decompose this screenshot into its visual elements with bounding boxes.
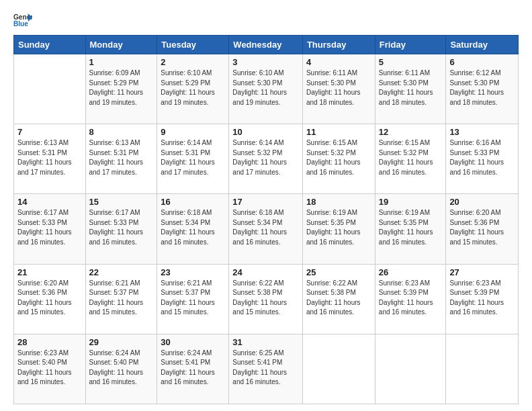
calendar-cell: 8Sunrise: 6:13 AM Sunset: 5:31 PM Daylig… <box>85 124 157 194</box>
calendar-week-row: 7Sunrise: 6:13 AM Sunset: 5:31 PM Daylig… <box>14 124 519 194</box>
cell-info: Sunrise: 6:25 AM Sunset: 5:41 PM Dayligh… <box>232 349 299 387</box>
calendar-cell: 1Sunrise: 6:09 AM Sunset: 5:29 PM Daylig… <box>85 54 157 124</box>
calendar-cell: 12Sunrise: 6:15 AM Sunset: 5:32 PM Dayli… <box>375 124 446 194</box>
cell-info: Sunrise: 6:18 AM Sunset: 5:34 PM Dayligh… <box>232 208 299 247</box>
calendar-cell: 13Sunrise: 6:16 AM Sunset: 5:33 PM Dayli… <box>446 124 519 194</box>
cell-info: Sunrise: 6:15 AM Sunset: 5:32 PM Dayligh… <box>306 138 371 177</box>
calendar-cell: 21Sunrise: 6:20 AM Sunset: 5:36 PM Dayli… <box>14 264 86 334</box>
calendar-cell: 5Sunrise: 6:11 AM Sunset: 5:30 PM Daylig… <box>375 54 446 124</box>
calendar-cell: 22Sunrise: 6:21 AM Sunset: 5:37 PM Dayli… <box>85 264 157 334</box>
day-number: 19 <box>379 197 443 207</box>
calendar-cell: 7Sunrise: 6:13 AM Sunset: 5:31 PM Daylig… <box>14 124 86 194</box>
calendar-cell: 25Sunrise: 6:22 AM Sunset: 5:38 PM Dayli… <box>302 264 375 334</box>
weekday-header-cell: Tuesday <box>157 36 229 54</box>
day-number: 17 <box>232 197 299 207</box>
cell-info: Sunrise: 6:23 AM Sunset: 5:39 PM Dayligh… <box>449 279 515 318</box>
cell-info: Sunrise: 6:17 AM Sunset: 5:33 PM Dayligh… <box>89 208 154 247</box>
day-number: 4 <box>306 57 371 67</box>
cell-info: Sunrise: 6:20 AM Sunset: 5:36 PM Dayligh… <box>17 279 82 318</box>
cell-info: Sunrise: 6:16 AM Sunset: 5:33 PM Dayligh… <box>449 138 515 177</box>
calendar-cell: 29Sunrise: 6:24 AM Sunset: 5:40 PM Dayli… <box>85 334 157 404</box>
logo: General Blue <box>13 12 32 28</box>
calendar-cell: 20Sunrise: 6:20 AM Sunset: 5:36 PM Dayli… <box>446 194 519 264</box>
cell-info: Sunrise: 6:11 AM Sunset: 5:30 PM Dayligh… <box>306 68 371 107</box>
day-number: 31 <box>232 337 299 347</box>
weekday-header-cell: Saturday <box>446 36 519 54</box>
day-number: 22 <box>89 267 154 277</box>
cell-info: Sunrise: 6:21 AM Sunset: 5:37 PM Dayligh… <box>89 279 154 318</box>
cell-info: Sunrise: 6:15 AM Sunset: 5:32 PM Dayligh… <box>379 138 443 177</box>
weekday-header-cell: Sunday <box>14 36 86 54</box>
day-number: 30 <box>161 337 225 347</box>
cell-info: Sunrise: 6:24 AM Sunset: 5:40 PM Dayligh… <box>89 349 154 387</box>
day-number: 18 <box>306 197 371 207</box>
day-number: 20 <box>449 197 515 207</box>
calendar-cell: 4Sunrise: 6:11 AM Sunset: 5:30 PM Daylig… <box>302 54 375 124</box>
cell-info: Sunrise: 6:14 AM Sunset: 5:31 PM Dayligh… <box>161 138 225 177</box>
calendar-cell <box>302 334 375 404</box>
calendar-week-row: 21Sunrise: 6:20 AM Sunset: 5:36 PM Dayli… <box>14 264 519 334</box>
weekday-header-cell: Friday <box>375 36 446 54</box>
day-number: 27 <box>449 267 515 277</box>
day-number: 1 <box>89 57 154 67</box>
cell-info: Sunrise: 6:19 AM Sunset: 5:35 PM Dayligh… <box>379 208 443 247</box>
calendar-cell: 9Sunrise: 6:14 AM Sunset: 5:31 PM Daylig… <box>157 124 229 194</box>
weekday-header-cell: Wednesday <box>229 36 303 54</box>
calendar-cell: 6Sunrise: 6:12 AM Sunset: 5:30 PM Daylig… <box>446 54 519 124</box>
calendar-cell <box>14 54 86 124</box>
cell-info: Sunrise: 6:09 AM Sunset: 5:29 PM Dayligh… <box>89 68 154 107</box>
day-number: 16 <box>161 197 225 207</box>
cell-info: Sunrise: 6:22 AM Sunset: 5:38 PM Dayligh… <box>232 279 299 318</box>
calendar-cell: 15Sunrise: 6:17 AM Sunset: 5:33 PM Dayli… <box>85 194 157 264</box>
cell-info: Sunrise: 6:13 AM Sunset: 5:31 PM Dayligh… <box>89 138 154 177</box>
weekday-header-cell: Monday <box>85 36 157 54</box>
cell-info: Sunrise: 6:10 AM Sunset: 5:30 PM Dayligh… <box>232 68 299 107</box>
day-number: 14 <box>17 197 82 207</box>
cell-info: Sunrise: 6:22 AM Sunset: 5:38 PM Dayligh… <box>306 279 371 318</box>
calendar-cell: 31Sunrise: 6:25 AM Sunset: 5:41 PM Dayli… <box>229 334 303 404</box>
calendar-table: SundayMondayTuesdayWednesdayThursdayFrid… <box>13 35 519 404</box>
day-number: 6 <box>449 57 515 67</box>
calendar-cell: 17Sunrise: 6:18 AM Sunset: 5:34 PM Dayli… <box>229 194 303 264</box>
calendar-week-row: 28Sunrise: 6:23 AM Sunset: 5:40 PM Dayli… <box>14 334 519 404</box>
weekday-header-row: SundayMondayTuesdayWednesdayThursdayFrid… <box>14 36 519 54</box>
calendar-cell <box>375 334 446 404</box>
day-number: 2 <box>161 57 225 67</box>
day-number: 13 <box>449 127 515 137</box>
day-number: 24 <box>232 267 299 277</box>
day-number: 9 <box>161 127 225 137</box>
calendar-week-row: 1Sunrise: 6:09 AM Sunset: 5:29 PM Daylig… <box>14 54 519 124</box>
day-number: 7 <box>17 127 82 137</box>
cell-info: Sunrise: 6:13 AM Sunset: 5:31 PM Dayligh… <box>17 138 82 177</box>
day-number: 3 <box>232 57 299 67</box>
cell-info: Sunrise: 6:23 AM Sunset: 5:40 PM Dayligh… <box>17 349 82 387</box>
cell-info: Sunrise: 6:19 AM Sunset: 5:35 PM Dayligh… <box>306 208 371 247</box>
svg-text:Blue: Blue <box>13 20 28 28</box>
calendar-cell: 23Sunrise: 6:21 AM Sunset: 5:37 PM Dayli… <box>157 264 229 334</box>
day-number: 8 <box>89 127 154 137</box>
calendar-body: 1Sunrise: 6:09 AM Sunset: 5:29 PM Daylig… <box>14 54 519 404</box>
cell-info: Sunrise: 6:24 AM Sunset: 5:41 PM Dayligh… <box>161 349 225 387</box>
cell-info: Sunrise: 6:12 AM Sunset: 5:30 PM Dayligh… <box>449 68 515 107</box>
day-number: 25 <box>306 267 371 277</box>
day-number: 12 <box>379 127 443 137</box>
calendar-cell: 10Sunrise: 6:14 AM Sunset: 5:32 PM Dayli… <box>229 124 303 194</box>
cell-info: Sunrise: 6:18 AM Sunset: 5:34 PM Dayligh… <box>161 208 225 247</box>
cell-info: Sunrise: 6:21 AM Sunset: 5:37 PM Dayligh… <box>161 279 225 318</box>
logo-icon: General Blue <box>13 12 32 28</box>
calendar-cell: 16Sunrise: 6:18 AM Sunset: 5:34 PM Dayli… <box>157 194 229 264</box>
cell-info: Sunrise: 6:20 AM Sunset: 5:36 PM Dayligh… <box>449 208 515 247</box>
calendar-cell: 11Sunrise: 6:15 AM Sunset: 5:32 PM Dayli… <box>302 124 375 194</box>
header: General Blue <box>13 12 519 28</box>
calendar-cell: 3Sunrise: 6:10 AM Sunset: 5:30 PM Daylig… <box>229 54 303 124</box>
calendar-cell: 30Sunrise: 6:24 AM Sunset: 5:41 PM Dayli… <box>157 334 229 404</box>
calendar-cell: 26Sunrise: 6:23 AM Sunset: 5:39 PM Dayli… <box>375 264 446 334</box>
cell-info: Sunrise: 6:14 AM Sunset: 5:32 PM Dayligh… <box>232 138 299 177</box>
day-number: 11 <box>306 127 371 137</box>
calendar-cell <box>446 334 519 404</box>
calendar-cell: 19Sunrise: 6:19 AM Sunset: 5:35 PM Dayli… <box>375 194 446 264</box>
day-number: 29 <box>89 337 154 347</box>
calendar-cell: 18Sunrise: 6:19 AM Sunset: 5:35 PM Dayli… <box>302 194 375 264</box>
calendar-cell: 28Sunrise: 6:23 AM Sunset: 5:40 PM Dayli… <box>14 334 86 404</box>
calendar-cell: 2Sunrise: 6:10 AM Sunset: 5:29 PM Daylig… <box>157 54 229 124</box>
